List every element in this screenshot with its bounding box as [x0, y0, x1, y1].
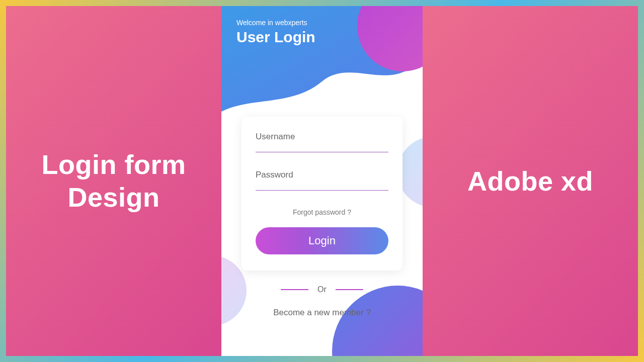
header-content: Welcome in webxperts User Login	[236, 19, 315, 46]
divider-line-right	[336, 289, 363, 290]
left-panel: Login form Design	[6, 6, 221, 356]
divider-line-left	[281, 289, 308, 290]
password-input[interactable]	[256, 190, 388, 191]
username-input[interactable]	[256, 152, 388, 152]
signup-link[interactable]: Become a new member ?	[221, 308, 423, 318]
password-group: Password	[256, 170, 388, 194]
username-group: Username	[256, 132, 388, 156]
or-divider: Or	[221, 285, 423, 294]
right-panel: Adobe xd	[423, 6, 638, 356]
or-text: Or	[317, 285, 327, 294]
login-card: Username Password Forgot password ? Logi…	[242, 117, 403, 270]
username-label: Username	[256, 132, 388, 142]
login-button[interactable]: Login	[256, 227, 388, 254]
welcome-text: Welcome in webxperts	[236, 19, 315, 27]
left-panel-text: Login form Design	[42, 148, 186, 214]
password-label: Password	[256, 170, 388, 180]
decorative-bubble-bottom-right	[332, 286, 423, 356]
main-container: Login form Design Welcome in webxperts U…	[6, 6, 638, 356]
forgot-password-link[interactable]: Forgot password ?	[256, 208, 388, 216]
right-panel-text: Adobe xd	[467, 165, 593, 198]
page-title: User Login	[236, 29, 315, 46]
phone-mockup: Welcome in webxperts User Login Username…	[221, 6, 423, 356]
